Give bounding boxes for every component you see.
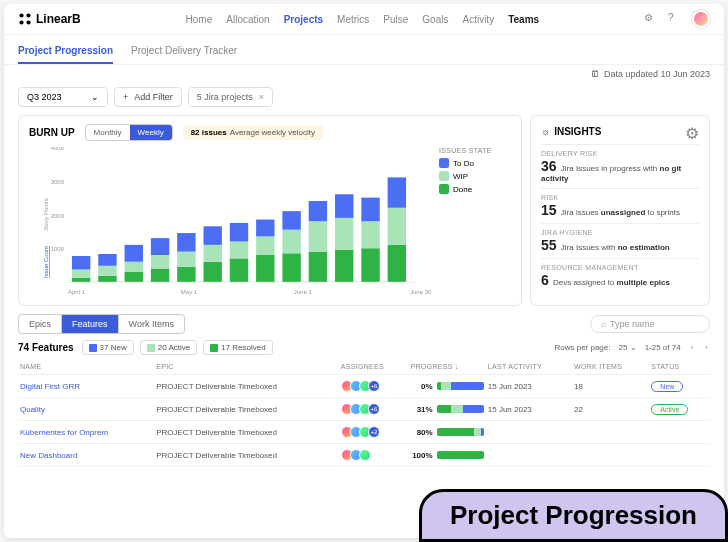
search-input[interactable]: ⌕ Type name xyxy=(590,315,710,333)
nav-home[interactable]: Home xyxy=(186,14,213,25)
svg-rect-34 xyxy=(282,253,300,282)
burnup-card: BURN UP MonthlyWeekly 82 issuesAverage w… xyxy=(18,115,522,306)
type-tab-epics[interactable]: Epics xyxy=(19,315,62,333)
col-work-items[interactable]: WORK ITEMS xyxy=(572,359,649,375)
toggle-weekly[interactable]: Weekly xyxy=(130,125,172,140)
insight-row[interactable]: RESOURCE MANAGEMENT6 Devs assigned to mu… xyxy=(541,258,699,293)
svg-text:June 30: June 30 xyxy=(410,289,431,295)
col-name[interactable]: NAME xyxy=(18,359,154,375)
main-nav: HomeAllocationProjectsMetricsPulseGoalsA… xyxy=(186,14,540,25)
svg-rect-19 xyxy=(151,269,169,283)
insight-row[interactable]: JIRA HYGIENE55 Jira Issues with no estim… xyxy=(541,223,699,258)
svg-rect-47 xyxy=(388,208,406,245)
nav-teams[interactable]: Teams xyxy=(508,14,539,25)
lightbulb-icon: ☼ xyxy=(541,126,550,137)
svg-rect-35 xyxy=(282,230,300,254)
topbar: LinearB HomeAllocationProjectsMetricsPul… xyxy=(4,4,724,35)
table-row[interactable]: QualityPROJECT Deliverable Timeboxed+631… xyxy=(18,398,710,421)
svg-rect-30 xyxy=(230,223,248,242)
svg-rect-31 xyxy=(256,255,274,282)
next-page-button[interactable]: › xyxy=(703,343,710,352)
svg-rect-25 xyxy=(203,262,221,282)
svg-text:1000: 1000 xyxy=(51,246,65,252)
svg-rect-21 xyxy=(151,238,169,255)
gear-icon[interactable]: ⚙ xyxy=(685,124,699,138)
gear-icon[interactable]: ⚙ xyxy=(644,12,658,26)
sub-tabs: Project ProgressionProject Delivery Trac… xyxy=(4,35,724,65)
insight-row[interactable]: RISK15 Jira issues unassigned to sprints xyxy=(541,188,699,223)
nav-metrics[interactable]: Metrics xyxy=(337,14,369,25)
nav-projects[interactable]: Projects xyxy=(284,14,323,25)
legend-done[interactable]: Done xyxy=(439,184,511,194)
insights-card: ☼INSIGHTS ⚙ DELIVERY RISK36 Jira Issues … xyxy=(530,115,710,306)
data-updated: 🗓 Data updated 10 Jun 2023 xyxy=(4,65,724,83)
prev-page-button[interactable]: ‹ xyxy=(689,343,696,352)
svg-rect-27 xyxy=(203,226,221,245)
type-tabs: EpicsFeaturesWork Items xyxy=(18,314,185,334)
add-filter-button[interactable]: +Add Filter xyxy=(114,87,182,107)
svg-point-1 xyxy=(26,13,30,17)
svg-text:2000: 2000 xyxy=(51,213,65,219)
svg-rect-45 xyxy=(361,198,379,222)
nav-goals[interactable]: Goals xyxy=(422,14,448,25)
col-last-activity[interactable]: LAST ACTIVITY xyxy=(486,359,572,375)
svg-rect-36 xyxy=(282,211,300,230)
svg-rect-28 xyxy=(230,258,248,282)
logo[interactable]: LinearB xyxy=(18,12,81,26)
chart-legend: ISSUES STATE To Do WIP Done xyxy=(431,147,511,297)
svg-text:June 1: June 1 xyxy=(294,289,313,295)
burnup-chart: 1000200030004000Story PointsIssue CountA… xyxy=(29,147,431,297)
help-icon[interactable]: ? xyxy=(668,12,682,26)
svg-rect-22 xyxy=(177,267,195,282)
nav-pulse[interactable]: Pulse xyxy=(383,14,408,25)
table-row[interactable]: Kubernentes for OnpremPROJECT Deliverabl… xyxy=(18,421,710,444)
legend-wip[interactable]: WIP xyxy=(439,171,511,181)
svg-rect-38 xyxy=(309,221,327,251)
status-filter-act[interactable]: 20 Active xyxy=(140,340,197,355)
svg-rect-12 xyxy=(72,256,90,270)
svg-rect-26 xyxy=(203,245,221,262)
period-select[interactable]: Q3 2023⌄ xyxy=(18,87,108,107)
page-title-banner: Project Progression xyxy=(419,489,728,542)
subtab-1[interactable]: Project Delivery Tracker xyxy=(131,41,237,64)
pager: Rows per page: 25 ⌄ 1-25 of 74 ‹ › xyxy=(554,343,710,352)
nav-activity[interactable]: Activity xyxy=(462,14,494,25)
svg-rect-33 xyxy=(256,220,274,237)
svg-rect-43 xyxy=(361,248,379,282)
period-toggle: MonthlyWeekly xyxy=(85,124,173,141)
filter-chip-jira[interactable]: 5 Jira projects× xyxy=(188,87,273,107)
col-epic[interactable]: EPIC xyxy=(154,359,339,375)
svg-rect-13 xyxy=(98,276,116,282)
svg-rect-41 xyxy=(335,218,353,250)
features-count: 74 Features xyxy=(18,342,74,353)
type-tab-work items[interactable]: Work Items xyxy=(119,315,184,333)
legend-todo[interactable]: To Do xyxy=(439,158,511,168)
svg-point-2 xyxy=(19,20,23,24)
rows-per-page-select[interactable]: 25 ⌄ xyxy=(618,343,636,352)
type-tab-features[interactable]: Features xyxy=(62,315,119,333)
close-icon[interactable]: × xyxy=(259,92,264,102)
svg-text:Issue Count: Issue Count xyxy=(43,246,49,278)
features-table: NAMEEPICASSIGNEESPROGRESS ↓LAST ACTIVITY… xyxy=(18,359,710,467)
chevron-down-icon: ⌄ xyxy=(91,92,99,102)
table-row[interactable]: New DashboardPROJECT Deliverable Timebox… xyxy=(18,444,710,467)
insight-row[interactable]: DELIVERY RISK36 Jira Issues in progress … xyxy=(541,144,699,188)
status-filter-res[interactable]: 17 Resolved xyxy=(203,340,272,355)
svg-rect-18 xyxy=(125,245,143,262)
svg-text:April 1: April 1 xyxy=(68,289,86,295)
col-assignees[interactable]: ASSIGNEES xyxy=(339,359,409,375)
svg-text:May 1: May 1 xyxy=(181,289,198,295)
svg-rect-39 xyxy=(309,201,327,221)
subtab-0[interactable]: Project Progression xyxy=(18,41,113,64)
toggle-monthly[interactable]: Monthly xyxy=(86,125,130,140)
svg-rect-40 xyxy=(335,250,353,282)
status-filter-new[interactable]: 37 New xyxy=(82,340,134,355)
nav-allocation[interactable]: Allocation xyxy=(226,14,269,25)
avatar[interactable] xyxy=(692,10,710,28)
filter-bar: Q3 2023⌄ +Add Filter 5 Jira projects× xyxy=(4,83,724,115)
table-row[interactable]: Digital First GRRPROJECT Deliverable Tim… xyxy=(18,375,710,398)
svg-point-0 xyxy=(19,13,23,17)
svg-rect-44 xyxy=(361,221,379,248)
col-progress[interactable]: PROGRESS ↓ xyxy=(409,359,486,375)
col-status[interactable]: STATUS xyxy=(649,359,710,375)
